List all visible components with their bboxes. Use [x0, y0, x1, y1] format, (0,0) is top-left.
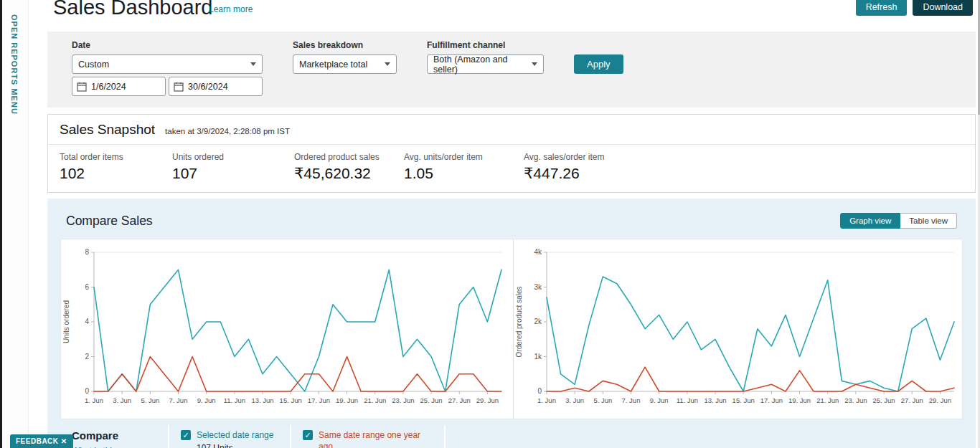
sales-breakdown-value: Marketplace total [299, 59, 367, 70]
feedback-button[interactable]: FEEDBACK ✕ [10, 434, 73, 448]
compare-sales-title: Compare Sales [66, 214, 153, 229]
open-reports-sidebar: OPEN REPORTS MENU [2, 0, 29, 448]
svg-text:Ordered product sales: Ordered product sales [515, 287, 523, 358]
date-to-box [169, 77, 263, 96]
units-ordered-chart-panel: 024681. Jun3. Jun5. Jun7. Jun9. Jun11. J… [61, 239, 513, 419]
svg-text:4k: 4k [534, 248, 542, 256]
svg-text:23. Jun: 23. Jun [844, 396, 867, 404]
date-from-box [72, 77, 166, 96]
checkbox-checked-icon[interactable]: ✓ [303, 430, 313, 440]
open-reports-menu-label[interactable]: OPEN REPORTS MENU [10, 14, 19, 115]
svg-text:1. Jun: 1. Jun [85, 396, 103, 404]
metric-ordered-product-sales: Ordered product sales ₹45,620.32 [294, 152, 404, 182]
apply-button[interactable]: Apply [574, 54, 623, 74]
metric-label: Avg. units/order item [404, 152, 517, 162]
date-to-input[interactable] [188, 82, 253, 92]
graph-view-button[interactable]: Graph view [840, 213, 900, 229]
svg-text:27. Jun: 27. Jun [448, 396, 471, 404]
fulfillment-channel-select[interactable]: Both (Amazon and seller) [427, 54, 544, 74]
metric-label: Ordered product sales [294, 152, 397, 162]
metric-units-ordered: Units ordered 107 [172, 152, 294, 182]
metric-avg-units-order-item: Avg. units/order item 1.05 [404, 152, 524, 182]
svg-text:15. Jun: 15. Jun [732, 396, 755, 404]
compare-sales-header: Compare Sales Graph view Table view [60, 210, 963, 239]
date-inputs [72, 77, 263, 96]
metric-value: 102 [60, 165, 165, 182]
legend-spacer [444, 425, 963, 448]
fulfillment-channel-label: Fulfillment channel [427, 40, 544, 50]
selected-range-legend: ✓ Selected date range 107 Units ₹45,620.… [168, 425, 290, 448]
svg-text:1k: 1k [534, 353, 542, 361]
calendar-icon[interactable] [77, 82, 87, 92]
main-content: Sales Dashboard Learn more Refresh Downl… [29, 0, 977, 448]
refresh-button[interactable]: Refresh [856, 0, 908, 16]
metric-label: Units ordered [172, 152, 287, 162]
date-filter-group: Date Custom [72, 40, 263, 96]
fulfillment-channel-value: Both (Amazon and seller) [433, 54, 526, 75]
selected-range-units: 107 Units [197, 442, 273, 448]
svg-text:11. Jun: 11. Jun [224, 396, 245, 404]
page-title: Sales Dashboard [53, 0, 212, 19]
date-from-input[interactable] [91, 82, 156, 92]
svg-text:7. Jun: 7. Jun [169, 396, 188, 404]
svg-text:0: 0 [85, 387, 89, 395]
svg-text:23. Jun: 23. Jun [392, 396, 414, 404]
svg-text:3k: 3k [534, 283, 542, 291]
compare-footer: Compare What is this ✓ Selected date ran… [60, 425, 963, 448]
svg-text:5. Jun: 5. Jun [593, 396, 612, 404]
learn-more-link[interactable]: Learn more [209, 4, 253, 14]
svg-text:29. Jun: 29. Jun [929, 396, 951, 404]
date-filter-label: Date [72, 40, 263, 50]
svg-text:25. Jun: 25. Jun [872, 396, 895, 404]
svg-text:9. Jun: 9. Jun [650, 396, 669, 404]
view-toggle: Graph view Table view [840, 213, 957, 229]
previous-range-legend: ✓ Same date range one year ago 13 Units [290, 425, 444, 448]
metric-value: ₹45,620.32 [294, 165, 397, 182]
svg-text:0: 0 [537, 387, 542, 395]
svg-text:4: 4 [85, 318, 89, 325]
compare-sales-section: Compare Sales Graph view Table view 0246… [47, 199, 976, 448]
sales-snapshot-title: Sales Snapshot [60, 122, 155, 138]
svg-text:19. Jun: 19. Jun [788, 396, 811, 404]
svg-text:21. Jun: 21. Jun [816, 396, 839, 404]
svg-text:2: 2 [85, 353, 89, 361]
filter-bar: Date Custom [47, 32, 976, 108]
svg-text:7. Jun: 7. Jun [622, 396, 641, 404]
sales-breakdown-group: Sales breakdown Marketplace total [293, 40, 397, 74]
svg-text:8: 8 [85, 248, 89, 256]
svg-text:Units ordered: Units ordered [62, 300, 70, 343]
compare-label: Compare [72, 429, 156, 442]
metric-label: Avg. sales/order item [524, 152, 629, 162]
snapshot-metrics: Total order items 102 Units ordered 107 … [48, 145, 975, 192]
svg-text:6: 6 [85, 283, 89, 291]
metric-value: ₹447.26 [524, 165, 629, 182]
download-button[interactable]: Download [913, 0, 973, 16]
fulfillment-channel-group: Fulfillment channel Both (Amazon and sel… [427, 40, 544, 74]
svg-text:3. Jun: 3. Jun [113, 396, 131, 404]
header-buttons: Refresh Download [856, 0, 973, 16]
previous-range-label: Same date range one year ago [319, 429, 433, 448]
date-range-select[interactable]: Custom [72, 54, 263, 74]
table-view-button[interactable]: Table view [900, 213, 957, 229]
units-ordered-chart: 024681. Jun3. Jun5. Jun7. Jun9. Jun11. J… [61, 242, 513, 413]
compare-legend-intro: Compare What is this [60, 425, 168, 448]
ordered-product-sales-chart: 01k2k3k4k1. Jun3. Jun5. Jun7. Jun9. Jun1… [514, 242, 966, 413]
svg-text:9. Jun: 9. Jun [197, 396, 216, 404]
svg-text:1. Jun: 1. Jun [537, 396, 556, 404]
ordered-product-sales-chart-panel: 01k2k3k4k1. Jun3. Jun5. Jun7. Jun9. Jun1… [513, 239, 966, 419]
sales-breakdown-select[interactable]: Marketplace total [293, 54, 397, 74]
metric-avg-sales-order-item: Avg. sales/order item ₹447.26 [524, 152, 636, 182]
checkbox-checked-icon[interactable]: ✓ [181, 430, 191, 440]
svg-text:13. Jun: 13. Jun [251, 396, 273, 404]
svg-text:27. Jun: 27. Jun [901, 396, 923, 404]
svg-text:3. Jun: 3. Jun [565, 396, 584, 404]
selected-range-label: Selected date range [197, 429, 273, 441]
metric-value: 107 [172, 165, 287, 182]
svg-text:2k: 2k [534, 318, 542, 325]
sales-snapshot-timestamp: taken at 3/9/2024, 2:28:08 pm IST [165, 127, 290, 135]
calendar-icon[interactable] [174, 82, 184, 92]
metric-label: Total order items [60, 152, 165, 162]
svg-text:5. Jun: 5. Jun [141, 396, 159, 404]
sales-snapshot-panel: Sales Snapshot taken at 3/9/2024, 2:28:0… [47, 114, 976, 193]
svg-text:17. Jun: 17. Jun [760, 396, 783, 404]
